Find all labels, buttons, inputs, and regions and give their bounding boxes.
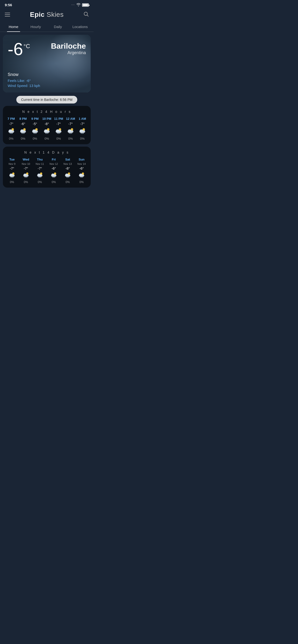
svg-point-6 xyxy=(10,133,10,134)
snow-cloud-icon xyxy=(55,127,62,135)
svg-point-61 xyxy=(26,172,28,175)
day-item: Wed Nov 10 -7° 0% xyxy=(19,158,33,184)
next-14-days-section: N e x t 1 4 D a y s Tue Nov 9 -7° 0% Wed… xyxy=(3,146,91,188)
tab-hourly[interactable]: Hourly xyxy=(25,22,47,32)
svg-point-49 xyxy=(82,134,83,134)
svg-point-70 xyxy=(40,177,40,178)
hour-item: 10 PM -8° 0% xyxy=(41,117,52,140)
snow-cloud-icon xyxy=(78,127,86,135)
time-badge-text: Current time in Bariloche: 6:56 PM xyxy=(16,96,77,104)
status-icons: ··· xyxy=(72,3,89,7)
signal-icon: ··· xyxy=(72,4,75,6)
svg-point-41 xyxy=(69,133,70,134)
hour-precip: 0% xyxy=(33,137,37,140)
svg-point-28 xyxy=(47,134,47,134)
app-title: Epic Skies xyxy=(30,11,64,18)
menu-button[interactable] xyxy=(5,13,10,16)
hour-item: 11 PM -7° 0% xyxy=(53,117,64,140)
day-item: Fri Nov 12 -6° 0% xyxy=(47,158,60,184)
day-snow-icon xyxy=(36,172,43,179)
weather-content: -6 °C Bariloche Argentina Snow Feels Lik… xyxy=(3,35,91,92)
day-snow-icon xyxy=(22,172,30,179)
day-snow-icon xyxy=(50,172,57,179)
hour-label: 1 AM xyxy=(79,117,86,120)
snow-cloud-icon xyxy=(67,127,74,135)
hour-precip: 0% xyxy=(68,137,73,140)
hour-temp: -7° xyxy=(9,122,14,126)
svg-point-7 xyxy=(11,134,12,134)
svg-point-34 xyxy=(57,133,58,134)
day-temp: -8° xyxy=(66,166,70,170)
svg-point-5 xyxy=(12,128,14,130)
search-button[interactable] xyxy=(83,12,89,18)
svg-point-14 xyxy=(23,134,23,134)
svg-point-56 xyxy=(12,177,12,178)
day-temp: -7° xyxy=(38,166,42,170)
status-bar: 9:56 ··· xyxy=(0,0,94,9)
day-precip: 0% xyxy=(66,180,70,184)
day-snow-icon xyxy=(64,172,71,179)
wind-speed: Wind Speed: 13 kph xyxy=(8,84,86,88)
next-24-hours-title: N e x t 2 4 H o u r s xyxy=(5,110,88,114)
hour-label: 8 PM xyxy=(20,117,27,120)
hour-label: 9 PM xyxy=(31,117,38,120)
day-precip: 0% xyxy=(38,180,42,184)
feels-like: Feels Like: -6° xyxy=(8,78,86,83)
hour-precip: 0% xyxy=(56,137,61,140)
day-item: Thu Nov 11 -7° 0% xyxy=(33,158,47,184)
svg-point-8 xyxy=(12,133,13,134)
hour-precip: 0% xyxy=(45,137,49,140)
app-header: Epic Skies xyxy=(0,9,94,22)
hour-item: 12 AM -7° 0% xyxy=(65,117,76,140)
svg-point-62 xyxy=(25,177,25,178)
svg-point-75 xyxy=(54,172,56,175)
tab-home[interactable]: Home xyxy=(3,22,25,32)
day-item: Sun Nov 14 -6° 0% xyxy=(75,158,88,184)
time-badge: Current time in Bariloche: 6:56 PM xyxy=(0,96,94,104)
svg-point-54 xyxy=(12,172,14,175)
svg-point-90 xyxy=(80,177,81,178)
hour-precip: 0% xyxy=(9,137,14,140)
day-date: Nov 10 xyxy=(22,162,30,165)
day-date: Nov 14 xyxy=(77,162,86,165)
day-item: Sat Nov 13 -8° 0% xyxy=(61,158,74,184)
svg-point-20 xyxy=(33,133,34,134)
day-date: Nov 13 xyxy=(64,162,72,165)
svg-point-76 xyxy=(52,177,53,178)
country-name: Argentina xyxy=(51,50,86,55)
day-date: Nov 9 xyxy=(9,162,16,165)
svg-point-22 xyxy=(36,133,36,134)
tab-locations[interactable]: Locations xyxy=(69,22,91,32)
svg-point-48 xyxy=(81,133,81,134)
day-temp: -6° xyxy=(79,166,84,170)
city-name: Bariloche xyxy=(51,42,86,50)
temperature-value: -6 xyxy=(8,40,23,58)
svg-point-26 xyxy=(47,128,49,130)
day-precip: 0% xyxy=(52,180,56,184)
svg-point-21 xyxy=(35,134,35,134)
svg-point-13 xyxy=(22,133,22,134)
svg-point-83 xyxy=(66,177,67,178)
day-snow-icon xyxy=(78,172,85,179)
svg-point-40 xyxy=(71,128,73,130)
day-temp: -7° xyxy=(24,166,28,170)
svg-point-36 xyxy=(60,133,60,134)
hour-item: 8 PM -6° 0% xyxy=(18,117,29,140)
svg-point-42 xyxy=(70,134,71,134)
weather-card: -6 °C Bariloche Argentina Snow Feels Lik… xyxy=(3,35,91,92)
svg-point-47 xyxy=(83,128,85,130)
svg-point-33 xyxy=(59,128,61,130)
hour-precip: 0% xyxy=(21,137,26,140)
weather-details: Snow Feels Like: -6° Wind Speed: 13 kph xyxy=(8,72,86,88)
svg-point-69 xyxy=(38,177,39,178)
hour-temp: -7° xyxy=(68,122,73,126)
location-block: Bariloche Argentina xyxy=(51,42,86,55)
next-14-days-title: N e x t 1 4 D a y s xyxy=(5,150,88,154)
day-name: Fri xyxy=(52,158,56,161)
tab-daily[interactable]: Daily xyxy=(47,22,69,32)
hour-precip: 0% xyxy=(80,137,85,140)
svg-point-84 xyxy=(67,177,68,178)
svg-point-29 xyxy=(48,133,48,134)
svg-point-89 xyxy=(82,172,84,175)
svg-point-57 xyxy=(13,177,14,178)
